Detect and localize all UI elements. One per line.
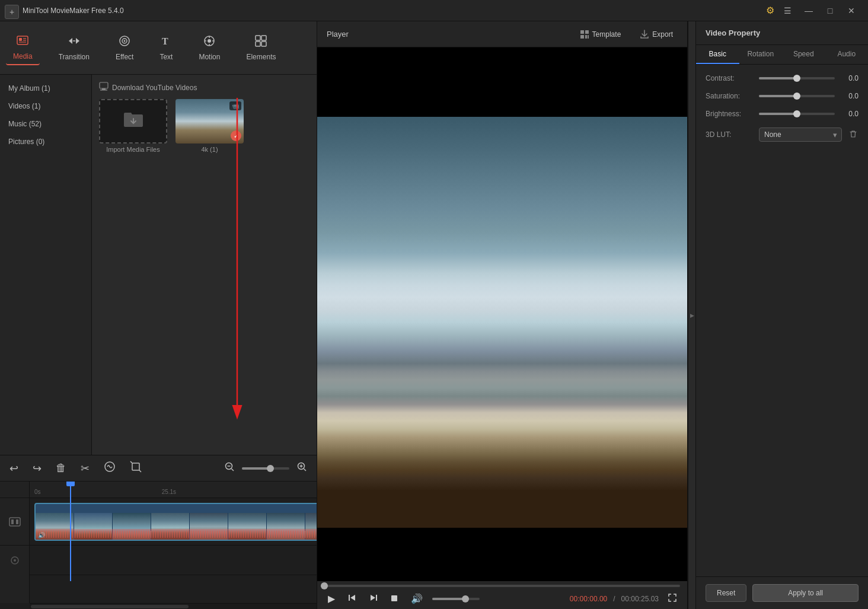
svg-line-22 [139,470,141,472]
saturation-fill [759,95,797,97]
download-bar[interactable]: Download YouTube Videos [99,82,309,93]
toolbar-effect[interactable]: Effect [108,31,141,65]
clip-volume-icon: 🔊 [38,532,45,538]
svg-line-27 [304,469,307,471]
sidebar-item-videos[interactable]: Videos (1) [0,97,91,115]
volume-handle[interactable] [462,595,469,602]
reset-button[interactable]: Reset [706,584,746,602]
contrast-row: Contrast: 0.0 [706,74,859,82]
ruler-mark-0s: 0s [34,489,41,495]
sidebar-item-pictures[interactable]: Pictures (0) [0,133,91,151]
redo-button[interactable]: ↪ [30,460,44,477]
left-panel: Media Transition [0,21,317,609]
tab-rotation[interactable]: Rotation [739,45,783,64]
property-content: Contrast: 0.0 Saturation: [696,65,868,576]
detach-audio-button[interactable] [101,458,118,478]
export-button[interactable]: Export [635,27,678,42]
volume-fill [432,598,465,600]
saturation-handle[interactable] [793,93,800,100]
contrast-handle[interactable] [793,75,800,82]
video-property-panel: Video Property Basic Rotation Speed Audi… [696,21,868,609]
brightness-handle[interactable] [793,110,800,117]
tab-audio[interactable]: Audio [825,45,869,64]
brightness-slider[interactable] [759,113,835,115]
video-track-icon-cell [0,498,29,546]
zoom-in-button[interactable] [294,459,309,477]
maximize-button[interactable]: □ [819,0,841,21]
toolbar-elements[interactable]: Elements [239,31,283,65]
lut-select[interactable]: None Warm Cool Vintage [759,127,842,142]
progress-handle[interactable] [321,582,328,589]
progress-bar[interactable] [324,585,680,587]
cut-button[interactable]: ✂ [78,460,92,477]
svg-rect-32 [16,519,18,524]
saturation-value: 0.0 [841,92,859,100]
audio-track-icon-cell [0,546,29,575]
sidebar-item-music[interactable]: Music (52) [0,115,91,133]
menu-button[interactable]: ☰ [777,0,798,21]
settings-icon[interactable]: ⚙ [766,5,774,16]
contrast-slider-wrap [759,77,835,79]
property-tabs: Basic Rotation Speed Audio [696,45,868,65]
brightness-value: 0.0 [841,110,859,118]
toolbar-effect-label: Effect [116,53,133,61]
saturation-slider-wrap [759,95,835,97]
volume-button[interactable]: 🔊 [407,592,426,605]
play-button[interactable]: ▶ [324,592,339,605]
contrast-slider[interactable] [759,77,835,79]
toolbar-motion[interactable]: Motion [192,31,227,65]
property-header: Video Property [696,21,868,45]
time-total: 00:00:25.03 [621,595,659,603]
template-button[interactable]: Template [575,27,626,42]
apply-all-button[interactable]: Apply to all [752,584,859,602]
window-controls: ☰ — □ ✕ [777,0,862,21]
collapse-panel-button[interactable]: ▶ [688,21,696,609]
fullscreen-button[interactable] [665,592,680,605]
contrast-label: Contrast: [706,74,753,82]
saturation-label: Saturation: [706,92,753,100]
controls-row: ▶ 🔊 [324,592,680,605]
brightness-label: Brightness: [706,110,753,118]
svg-rect-1 [19,38,22,41]
svg-line-21 [130,461,132,463]
lut-select-wrap: None Warm Cool Vintage [759,127,842,142]
contrast-fill [759,77,797,79]
import-media-card[interactable]: Import Media Files [99,99,167,153]
collapse-arrow-icon: ▶ [690,313,694,318]
prev-frame-button[interactable] [344,592,360,605]
delete-clip-button[interactable]: 🗑 [53,460,69,477]
folder-icon [123,110,144,132]
player-header: Player Template Export [317,21,687,47]
video-clip[interactable]: 🔊 [34,503,317,541]
svg-text:T: T [162,36,168,46]
toolbar-text[interactable]: T Text [152,31,180,65]
volume-slider[interactable] [432,598,480,600]
stop-button[interactable] [387,592,401,605]
close-button[interactable]: ✕ [841,0,862,21]
playhead-head [66,482,75,486]
sidebar-item-album[interactable]: My Album (1) [0,79,91,97]
zoom-out-button[interactable] [222,459,237,477]
next-frame-button[interactable] [366,592,381,605]
timeline-ruler: 0s 25.1s [30,482,317,498]
crop-button[interactable] [127,458,144,478]
app-title: MiniTool MovieMaker Free 5.4.0 [23,7,766,15]
undo-button[interactable]: ↩ [7,460,21,477]
video-media-card[interactable]: 📹 ✓ 4k (1) [175,99,244,153]
video-thumb: 📹 ✓ [175,99,244,144]
toolbar-media[interactable]: Media [6,30,40,65]
svg-rect-37 [585,30,589,34]
tab-basic[interactable]: Basic [696,45,739,64]
toolbar-transition[interactable]: Transition [52,31,97,65]
main-layout: Media Transition [0,21,868,609]
media-icon [16,34,29,50]
svg-rect-30 [9,518,20,526]
tab-speed[interactable]: Speed [782,45,825,64]
ruler-mark-25s: 25.1s [162,489,176,495]
lut-delete-button[interactable] [848,129,859,141]
lut-row: 3D LUT: None Warm Cool Vintage [706,127,859,142]
zoom-slider[interactable] [242,467,289,470]
svg-rect-18 [100,90,107,91]
minimize-button[interactable]: — [798,0,819,21]
saturation-slider[interactable] [759,95,835,97]
